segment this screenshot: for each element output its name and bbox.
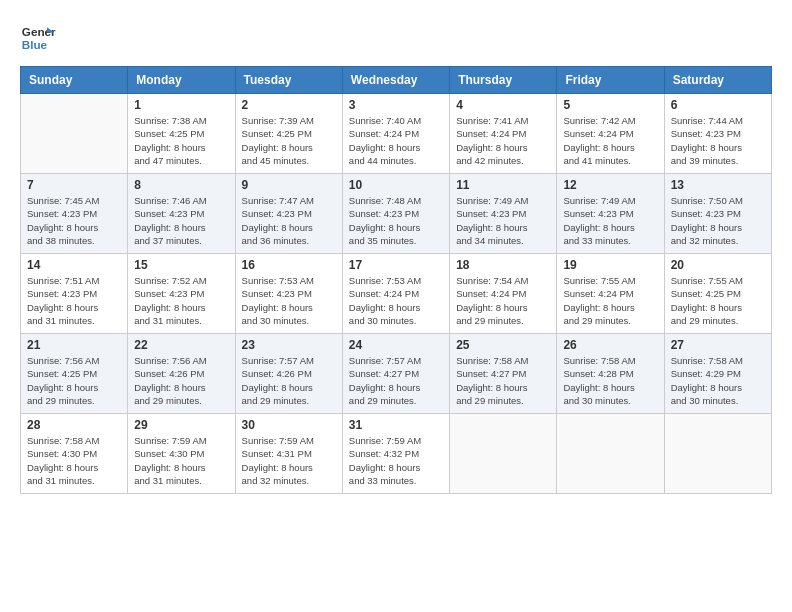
day-info: Sunrise: 7:55 AM Sunset: 4:24 PM Dayligh… xyxy=(563,274,657,327)
day-info: Sunrise: 7:56 AM Sunset: 4:25 PM Dayligh… xyxy=(27,354,121,407)
day-number: 31 xyxy=(349,418,443,432)
header-wednesday: Wednesday xyxy=(342,67,449,94)
day-cell: 5Sunrise: 7:42 AM Sunset: 4:24 PM Daylig… xyxy=(557,94,664,174)
day-number: 12 xyxy=(563,178,657,192)
day-cell: 18Sunrise: 7:54 AM Sunset: 4:24 PM Dayli… xyxy=(450,254,557,334)
day-info: Sunrise: 7:57 AM Sunset: 4:26 PM Dayligh… xyxy=(242,354,336,407)
day-cell: 22Sunrise: 7:56 AM Sunset: 4:26 PM Dayli… xyxy=(128,334,235,414)
header-monday: Monday xyxy=(128,67,235,94)
day-info: Sunrise: 7:54 AM Sunset: 4:24 PM Dayligh… xyxy=(456,274,550,327)
day-cell: 6Sunrise: 7:44 AM Sunset: 4:23 PM Daylig… xyxy=(664,94,771,174)
day-cell: 4Sunrise: 7:41 AM Sunset: 4:24 PM Daylig… xyxy=(450,94,557,174)
day-info: Sunrise: 7:44 AM Sunset: 4:23 PM Dayligh… xyxy=(671,114,765,167)
week-row-1: 1Sunrise: 7:38 AM Sunset: 4:25 PM Daylig… xyxy=(21,94,772,174)
day-info: Sunrise: 7:53 AM Sunset: 4:23 PM Dayligh… xyxy=(242,274,336,327)
day-number: 3 xyxy=(349,98,443,112)
day-cell: 27Sunrise: 7:58 AM Sunset: 4:29 PM Dayli… xyxy=(664,334,771,414)
day-cell: 10Sunrise: 7:48 AM Sunset: 4:23 PM Dayli… xyxy=(342,174,449,254)
header-saturday: Saturday xyxy=(664,67,771,94)
day-cell xyxy=(21,94,128,174)
day-info: Sunrise: 7:39 AM Sunset: 4:25 PM Dayligh… xyxy=(242,114,336,167)
day-cell: 2Sunrise: 7:39 AM Sunset: 4:25 PM Daylig… xyxy=(235,94,342,174)
day-number: 6 xyxy=(671,98,765,112)
day-info: Sunrise: 7:58 AM Sunset: 4:30 PM Dayligh… xyxy=(27,434,121,487)
day-number: 22 xyxy=(134,338,228,352)
day-cell: 25Sunrise: 7:58 AM Sunset: 4:27 PM Dayli… xyxy=(450,334,557,414)
day-cell xyxy=(557,414,664,494)
header-friday: Friday xyxy=(557,67,664,94)
day-number: 13 xyxy=(671,178,765,192)
calendar-table: SundayMondayTuesdayWednesdayThursdayFrid… xyxy=(20,66,772,494)
header-thursday: Thursday xyxy=(450,67,557,94)
day-cell: 16Sunrise: 7:53 AM Sunset: 4:23 PM Dayli… xyxy=(235,254,342,334)
day-number: 23 xyxy=(242,338,336,352)
day-info: Sunrise: 7:58 AM Sunset: 4:29 PM Dayligh… xyxy=(671,354,765,407)
header-row: SundayMondayTuesdayWednesdayThursdayFrid… xyxy=(21,67,772,94)
day-number: 29 xyxy=(134,418,228,432)
day-info: Sunrise: 7:38 AM Sunset: 4:25 PM Dayligh… xyxy=(134,114,228,167)
day-cell: 17Sunrise: 7:53 AM Sunset: 4:24 PM Dayli… xyxy=(342,254,449,334)
day-number: 16 xyxy=(242,258,336,272)
day-number: 25 xyxy=(456,338,550,352)
day-info: Sunrise: 7:40 AM Sunset: 4:24 PM Dayligh… xyxy=(349,114,443,167)
day-number: 24 xyxy=(349,338,443,352)
week-row-2: 7Sunrise: 7:45 AM Sunset: 4:23 PM Daylig… xyxy=(21,174,772,254)
logo: General Blue xyxy=(20,20,56,56)
logo-icon: General Blue xyxy=(20,20,56,56)
day-info: Sunrise: 7:47 AM Sunset: 4:23 PM Dayligh… xyxy=(242,194,336,247)
day-cell: 13Sunrise: 7:50 AM Sunset: 4:23 PM Dayli… xyxy=(664,174,771,254)
day-number: 9 xyxy=(242,178,336,192)
day-number: 21 xyxy=(27,338,121,352)
day-number: 26 xyxy=(563,338,657,352)
day-number: 10 xyxy=(349,178,443,192)
day-info: Sunrise: 7:59 AM Sunset: 4:32 PM Dayligh… xyxy=(349,434,443,487)
day-number: 27 xyxy=(671,338,765,352)
day-number: 7 xyxy=(27,178,121,192)
day-number: 28 xyxy=(27,418,121,432)
day-info: Sunrise: 7:41 AM Sunset: 4:24 PM Dayligh… xyxy=(456,114,550,167)
day-cell: 11Sunrise: 7:49 AM Sunset: 4:23 PM Dayli… xyxy=(450,174,557,254)
day-cell: 23Sunrise: 7:57 AM Sunset: 4:26 PM Dayli… xyxy=(235,334,342,414)
day-number: 14 xyxy=(27,258,121,272)
day-cell: 29Sunrise: 7:59 AM Sunset: 4:30 PM Dayli… xyxy=(128,414,235,494)
day-number: 30 xyxy=(242,418,336,432)
day-cell: 21Sunrise: 7:56 AM Sunset: 4:25 PM Dayli… xyxy=(21,334,128,414)
day-number: 2 xyxy=(242,98,336,112)
day-number: 1 xyxy=(134,98,228,112)
day-cell: 9Sunrise: 7:47 AM Sunset: 4:23 PM Daylig… xyxy=(235,174,342,254)
day-number: 19 xyxy=(563,258,657,272)
day-cell: 15Sunrise: 7:52 AM Sunset: 4:23 PM Dayli… xyxy=(128,254,235,334)
day-cell: 14Sunrise: 7:51 AM Sunset: 4:23 PM Dayli… xyxy=(21,254,128,334)
day-info: Sunrise: 7:51 AM Sunset: 4:23 PM Dayligh… xyxy=(27,274,121,327)
week-row-5: 28Sunrise: 7:58 AM Sunset: 4:30 PM Dayli… xyxy=(21,414,772,494)
day-info: Sunrise: 7:56 AM Sunset: 4:26 PM Dayligh… xyxy=(134,354,228,407)
day-cell: 31Sunrise: 7:59 AM Sunset: 4:32 PM Dayli… xyxy=(342,414,449,494)
day-info: Sunrise: 7:42 AM Sunset: 4:24 PM Dayligh… xyxy=(563,114,657,167)
week-row-4: 21Sunrise: 7:56 AM Sunset: 4:25 PM Dayli… xyxy=(21,334,772,414)
day-info: Sunrise: 7:50 AM Sunset: 4:23 PM Dayligh… xyxy=(671,194,765,247)
day-cell xyxy=(664,414,771,494)
day-info: Sunrise: 7:59 AM Sunset: 4:30 PM Dayligh… xyxy=(134,434,228,487)
page-header: General Blue xyxy=(20,20,772,56)
day-info: Sunrise: 7:53 AM Sunset: 4:24 PM Dayligh… xyxy=(349,274,443,327)
day-info: Sunrise: 7:59 AM Sunset: 4:31 PM Dayligh… xyxy=(242,434,336,487)
day-number: 20 xyxy=(671,258,765,272)
day-number: 15 xyxy=(134,258,228,272)
day-info: Sunrise: 7:45 AM Sunset: 4:23 PM Dayligh… xyxy=(27,194,121,247)
day-cell xyxy=(450,414,557,494)
day-number: 4 xyxy=(456,98,550,112)
day-cell: 3Sunrise: 7:40 AM Sunset: 4:24 PM Daylig… xyxy=(342,94,449,174)
day-cell: 30Sunrise: 7:59 AM Sunset: 4:31 PM Dayli… xyxy=(235,414,342,494)
day-number: 5 xyxy=(563,98,657,112)
day-info: Sunrise: 7:58 AM Sunset: 4:28 PM Dayligh… xyxy=(563,354,657,407)
day-cell: 8Sunrise: 7:46 AM Sunset: 4:23 PM Daylig… xyxy=(128,174,235,254)
day-number: 18 xyxy=(456,258,550,272)
day-info: Sunrise: 7:46 AM Sunset: 4:23 PM Dayligh… xyxy=(134,194,228,247)
day-cell: 1Sunrise: 7:38 AM Sunset: 4:25 PM Daylig… xyxy=(128,94,235,174)
day-cell: 20Sunrise: 7:55 AM Sunset: 4:25 PM Dayli… xyxy=(664,254,771,334)
day-info: Sunrise: 7:49 AM Sunset: 4:23 PM Dayligh… xyxy=(563,194,657,247)
svg-text:Blue: Blue xyxy=(22,38,48,51)
day-cell: 19Sunrise: 7:55 AM Sunset: 4:24 PM Dayli… xyxy=(557,254,664,334)
day-info: Sunrise: 7:55 AM Sunset: 4:25 PM Dayligh… xyxy=(671,274,765,327)
day-cell: 7Sunrise: 7:45 AM Sunset: 4:23 PM Daylig… xyxy=(21,174,128,254)
